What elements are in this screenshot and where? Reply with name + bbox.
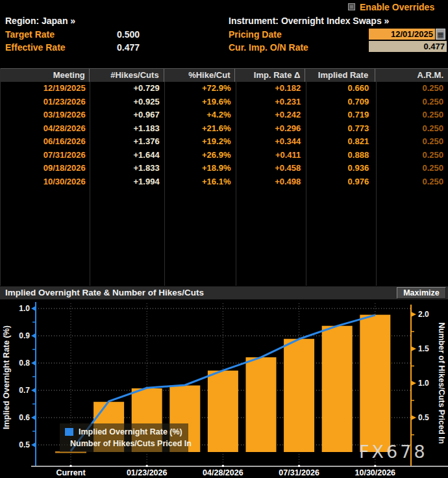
region-value: Japan » [42, 16, 75, 26]
left-tick-label: 0.6 [19, 413, 30, 422]
wirp-screen: Enable Overrides Region: Japan » Instrum… [0, 0, 448, 478]
cell-pct-hike-cut: +19.6% [164, 95, 236, 109]
cell-hikes-cuts: +1.644 [90, 149, 164, 162]
hikes-bar [360, 315, 390, 452]
meetings-table: Meeting #Hikes/Cuts %Hike/Cut Imp. Rate … [0, 68, 448, 286]
cell-hikes-cuts: +0.729 [90, 82, 164, 95]
col-imp-rate-delta: Imp. Rate Δ [235, 69, 305, 82]
cell-hikes-cuts: +1.833 [90, 162, 164, 175]
cell-implied-rate: 0.709 [305, 95, 375, 109]
right-tick [411, 346, 416, 351]
cell-arm: 0.250 [375, 149, 448, 162]
cell-implied-rate: 0.821 [305, 135, 375, 149]
left-tick-label: 0.8 [19, 359, 30, 368]
maximize-button[interactable]: Maximize [397, 287, 446, 299]
table-row[interactable]: 06/16/2026 +1.376 +19.2% +0.344 0.821 0.… [1, 135, 448, 149]
cell-imp-rate-delta: +0.411 [235, 149, 305, 162]
left-axis-title: Implied Overnight Rate (%) [2, 325, 11, 429]
instrument-value: Overnight Index Swaps » [281, 16, 390, 26]
cell-imp-rate-delta: +0.344 [235, 135, 305, 149]
x-tick-label: 10/30/2026 [355, 468, 396, 477]
col-meeting: Meeting [1, 69, 90, 82]
right-tick [411, 381, 416, 386]
table-row[interactable]: 07/31/2026 +1.644 +26.9% +0.411 0.888 0.… [1, 149, 448, 162]
cell-imp-rate-delta: +0.231 [235, 95, 305, 109]
table-row[interactable]: 04/28/2026 +1.183 +21.6% +0.296 0.773 0.… [1, 122, 448, 136]
cell-arm: 0.250 [375, 95, 448, 109]
cell-implied-rate: 0.773 [305, 122, 375, 136]
chart-title: Implied Overnight Rate & Number of Hikes… [5, 288, 204, 297]
cell-meeting: 09/18/2026 [1, 162, 90, 175]
left-tick [31, 333, 36, 338]
hikes-bar [322, 326, 353, 452]
cell-imp-rate-delta: +0.296 [235, 122, 305, 136]
x-tick-marker [374, 465, 376, 467]
cur-imp-rate-field[interactable]: 0.477 [369, 41, 447, 52]
right-axis-title: Number of Hikes/Cuts Priced In [437, 323, 446, 444]
x-tick-marker [298, 465, 300, 467]
enable-overrides-toggle[interactable]: Enable Overrides [348, 2, 434, 12]
table-row[interactable]: 09/18/2026 +1.833 +18.9% +0.458 0.936 0.… [1, 162, 448, 175]
cell-implied-rate: 0.660 [305, 82, 375, 95]
cell-hikes-cuts: +0.925 [90, 95, 164, 109]
cell-imp-rate-delta: +0.242 [235, 108, 305, 122]
cell-arm: 0.250 [375, 122, 448, 136]
cell-arm: 0.250 [375, 135, 448, 149]
cell-meeting: 07/31/2026 [1, 149, 90, 162]
table-row[interactable]: 03/19/2026 +0.967 +4.2% +0.242 0.719 0.2… [1, 108, 448, 122]
right-tick [411, 312, 416, 317]
cell-arm: 0.250 [375, 162, 448, 175]
x-tick-label: Current [56, 468, 86, 477]
col-arm: A.R.M. [375, 69, 448, 82]
region-selector[interactable]: Region: Japan » [5, 16, 75, 26]
cell-implied-rate: 0.976 [305, 175, 375, 189]
cell-hikes-cuts: +1.376 [90, 135, 164, 149]
cell-implied-rate: 0.719 [305, 108, 375, 122]
left-tick-label: 1.0 [19, 304, 30, 313]
table-header-row: Meeting #Hikes/Cuts %Hike/Cut Imp. Rate … [1, 68, 448, 82]
table-row[interactable]: 12/19/2025 +0.729 +72.9% +0.182 0.660 0.… [1, 82, 448, 95]
hikes-bar [246, 357, 277, 452]
cell-arm: 0.250 [375, 108, 448, 122]
left-tick-label: 0.7 [19, 386, 30, 395]
line-series-swatch [65, 428, 73, 436]
left-tick [31, 388, 36, 393]
right-tick-label: 0.5 [418, 413, 429, 422]
instrument-selector[interactable]: Instrument: Overnight Index Swaps » [229, 16, 389, 26]
left-tick-label: 0.5 [19, 440, 30, 449]
fx678-watermark: FX678 [359, 442, 428, 462]
x-tick-marker [146, 465, 148, 467]
left-tick [31, 442, 36, 447]
effective-rate-value: 0.477 [117, 42, 140, 53]
enable-overrides-label: Enable Overrides [360, 2, 434, 12]
x-tick-label: 07/31/2026 [279, 468, 319, 477]
calendar-icon[interactable]: ▦ [436, 29, 445, 40]
cell-arm: 0.250 [375, 82, 448, 95]
cell-imp-rate-delta: +0.182 [235, 82, 305, 95]
cur-imp-rate-label: Cur. Imp. O/N Rate [229, 42, 308, 53]
chart-legend: Implied Overnight Rate (%) Number of Hik… [60, 423, 188, 452]
cell-meeting: 12/19/2025 [1, 82, 90, 95]
cell-meeting: 06/16/2026 [1, 135, 90, 149]
x-tick-marker [70, 465, 72, 467]
cell-pct-hike-cut: +16.1% [164, 175, 236, 189]
cell-hikes-cuts: +1.183 [90, 122, 164, 136]
x-tick-label: 04/28/2026 [203, 468, 243, 477]
pricing-date-input[interactable]: 12/01/2025 [369, 29, 435, 40]
enable-overrides-checkbox[interactable] [348, 3, 355, 10]
region-label: Region: [5, 16, 39, 26]
right-tick [411, 415, 416, 420]
cell-hikes-cuts: +1.994 [90, 175, 164, 189]
col-pct-hike-cut: %Hike/Cut [164, 69, 236, 82]
bar-series-label: Number of Hikes/Cuts Priced In [70, 439, 192, 448]
left-tick [31, 306, 36, 311]
cell-pct-hike-cut: +19.2% [164, 135, 236, 149]
cell-imp-rate-delta: +0.498 [235, 175, 305, 189]
table-row[interactable]: 10/30/2026 +1.994 +16.1% +0.498 0.976 0.… [1, 175, 448, 189]
cell-meeting: 10/30/2026 [1, 175, 90, 189]
cell-implied-rate: 0.936 [305, 162, 375, 175]
cell-pct-hike-cut: +4.2% [164, 108, 236, 122]
target-rate-value: 0.500 [117, 29, 140, 40]
table-row[interactable]: 01/23/2026 +0.925 +19.6% +0.231 0.709 0.… [1, 95, 448, 109]
hikes-bar [208, 371, 238, 452]
